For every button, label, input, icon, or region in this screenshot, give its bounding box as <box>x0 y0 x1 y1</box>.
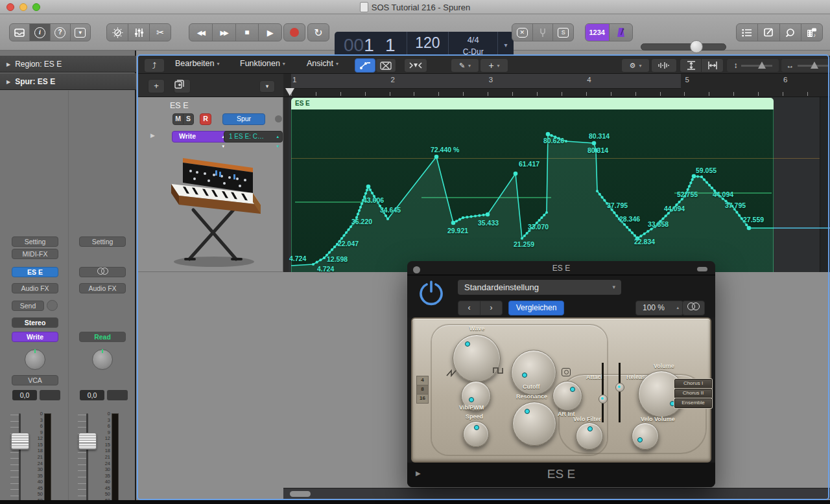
track-options-menu[interactable]: ⚙▾ <box>621 58 650 73</box>
power-button[interactable] <box>419 280 444 306</box>
speed-knob[interactable] <box>463 421 489 447</box>
velo-volume-knob[interactable] <box>632 422 659 450</box>
pan-knob[interactable] <box>25 349 45 370</box>
smart-controls-button[interactable] <box>107 24 128 41</box>
menu-ansicht[interactable]: Ansicht▾ <box>307 59 338 71</box>
gain-value[interactable] <box>40 390 60 400</box>
out-audio-fx-slot[interactable]: Audio FX <box>79 283 126 293</box>
vertical-zoom-thumb[interactable] <box>758 62 766 69</box>
crosshair-tool-menu[interactable]: +▾ <box>480 58 508 73</box>
send-slot[interactable]: Send <box>12 301 44 311</box>
octave-16-button[interactable]: 16 <box>416 394 429 404</box>
scissors-button[interactable]: ✂ <box>150 24 171 41</box>
send-knob[interactable] <box>47 300 58 311</box>
stereo-format-button[interactable] <box>79 267 126 277</box>
compare-button[interactable]: Vergleichen <box>508 301 564 315</box>
pencil-tool-menu[interactable]: ✎▾ <box>451 58 479 73</box>
list-editors-button[interactable] <box>737 24 758 41</box>
duplicate-track-button[interactable] <box>174 79 191 93</box>
track-record-button[interactable]: R <box>200 113 211 125</box>
octave-8-button[interactable]: 8 <box>416 385 429 395</box>
plugin-minimize-button[interactable] <box>697 267 707 271</box>
automation-parameter-dropdown[interactable]: 1 ES E: C…▴▾ <box>224 131 283 143</box>
menu-bearbeiten[interactable]: Bearbeiten▾ <box>175 59 219 71</box>
wave-knob[interactable] <box>453 334 501 382</box>
volume-fader-thumb[interactable] <box>11 433 29 450</box>
back-arrow-button[interactable]: ⤴ <box>144 58 165 73</box>
chorus2-button[interactable]: Chorus II <box>674 389 712 398</box>
track-inspector-header[interactable]: ▶Spur: ES E <box>0 73 136 90</box>
autopunch-button[interactable]: ✕ <box>512 24 533 41</box>
resonance-knob[interactable] <box>512 402 556 446</box>
cycle-button[interactable]: ↻ <box>308 24 329 41</box>
instrument-slot[interactable]: ES E <box>12 267 58 277</box>
out-pan-knob[interactable] <box>92 349 113 370</box>
midi-fx-slot[interactable]: MIDI-FX <box>12 249 58 259</box>
track-name[interactable]: ES E <box>170 101 189 110</box>
horizontal-auto-zoom-button[interactable] <box>701 58 724 73</box>
automation-mode-dropdown[interactable]: Write▴▾ <box>172 131 229 143</box>
horizontal-scrollbar[interactable] <box>283 488 830 499</box>
out-volume-value[interactable]: 0,0 <box>80 390 104 400</box>
channel-setting-button[interactable]: Setting <box>12 236 58 247</box>
vertical-auto-zoom-button[interactable] <box>680 58 702 73</box>
preset-dropdown[interactable]: Standardeinstellung▾ <box>458 280 621 295</box>
ar-int-knob[interactable] <box>552 381 582 411</box>
octave-4-button[interactable]: 4 <box>416 376 429 385</box>
track-type-badge[interactable]: Spur <box>222 113 265 125</box>
link-button[interactable] <box>682 301 705 315</box>
out-gain-value[interactable] <box>107 390 128 400</box>
attack-slider-handle[interactable] <box>599 395 608 404</box>
menu-funktionen[interactable]: Funktionen▾ <box>240 59 285 71</box>
add-track-button[interactable]: + <box>148 79 165 93</box>
waveform-zoom-button[interactable] <box>651 58 677 73</box>
previous-preset-button[interactable]: ‹ <box>458 301 480 315</box>
automation-curve-tool-button[interactable] <box>355 58 375 73</box>
track-color-dot[interactable] <box>275 115 282 122</box>
master-volume-slider[interactable] <box>641 43 726 51</box>
out-volume-fader-thumb[interactable] <box>78 433 97 450</box>
track-mute-button[interactable]: M <box>172 113 184 125</box>
plugin-window[interactable]: ES E Standardeinstellung▾ ‹ › Vergleiche… <box>407 261 715 487</box>
next-preset-button[interactable]: › <box>480 301 503 315</box>
audio-fx-slot[interactable]: Audio FX <box>12 283 58 293</box>
catch-playhead-button[interactable] <box>404 58 427 73</box>
rewind-button[interactable]: ◀◀ <box>189 24 213 41</box>
release-slider[interactable] <box>619 363 621 422</box>
solo-mode-button[interactable]: S <box>553 24 573 41</box>
volume-value[interactable]: 0,0 <box>12 390 37 400</box>
ensemble-button[interactable]: Ensemble <box>674 398 712 408</box>
out-setting-button[interactable]: Setting <box>79 236 126 247</box>
automation-curve[interactable] <box>289 97 830 272</box>
track-header[interactable]: ES E M S R Spur ▶ Write▴▾ 1 ES E: C…▴▾ <box>137 97 283 272</box>
flex-tool-button[interactable] <box>375 58 396 73</box>
output-percent-stepper[interactable]: 100 %▴▾ <box>635 301 683 315</box>
toolbar-toggle-button[interactable]: ▾ <box>71 24 90 41</box>
track-header-options-button[interactable]: ▾ <box>259 80 275 93</box>
horizontal-zoom-slider[interactable]: ↔ <box>781 58 830 73</box>
tuner-button[interactable] <box>533 24 554 41</box>
plugin-close-button[interactable] <box>413 266 420 273</box>
library-button[interactable] <box>10 24 30 41</box>
master-volume-thumb[interactable] <box>690 40 703 53</box>
stop-button[interactable]: ■ <box>236 24 259 41</box>
horizontal-scrollbar-thumb[interactable] <box>290 491 311 497</box>
output-slot[interactable]: Stereo <box>12 317 58 328</box>
horizontal-zoom-thumb[interactable] <box>811 62 818 69</box>
volume-fader[interactable] <box>19 413 21 504</box>
automation-mode-button[interactable]: Write <box>12 332 58 342</box>
disclosure-triangle-icon[interactable]: ▶ <box>150 132 155 139</box>
media-browser-button[interactable]: ♪ <box>801 24 822 41</box>
record-button[interactable] <box>284 24 305 41</box>
attack-slider[interactable] <box>602 363 604 422</box>
playhead-marker[interactable] <box>285 88 294 96</box>
region-inspector-header[interactable]: ▶Region: ES E <box>0 56 136 73</box>
count-in-button[interactable]: 1234 <box>586 24 610 41</box>
loop-browser-button[interactable] <box>780 24 801 41</box>
chorus1-button[interactable]: Chorus I <box>674 379 712 389</box>
vca-slot[interactable]: VCA <box>12 375 58 385</box>
bar-ruler[interactable]: 123456 <box>283 74 830 97</box>
forward-button[interactable]: ▶▶ <box>213 24 236 41</box>
mixer-button[interactable] <box>128 24 150 41</box>
out-volume-fader[interactable] <box>86 413 88 504</box>
